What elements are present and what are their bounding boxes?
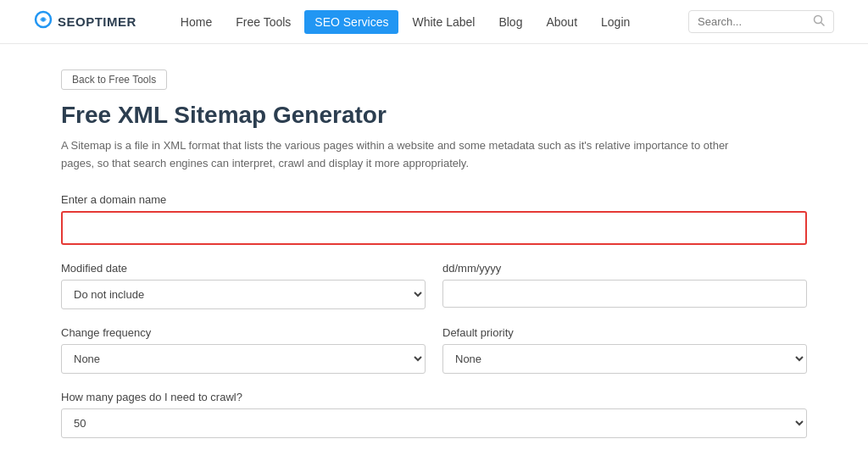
- main-content: Back to Free Tools Free XML Sitemap Gene…: [27, 44, 841, 450]
- svg-line-3: [821, 23, 825, 26]
- modified-date-select[interactable]: Do not include Daily Weekly Monthly: [61, 280, 426, 309]
- svg-point-1: [42, 18, 45, 21]
- pages-label: How many pages do I need to crawl?: [61, 391, 807, 403]
- date-input[interactable]: [442, 280, 807, 308]
- main-nav: Home Free Tools SEO Services White Label…: [170, 10, 688, 34]
- nav-white-label[interactable]: White Label: [402, 10, 485, 34]
- change-freq-select[interactable]: None Always Hourly Daily Weekly Monthly …: [61, 344, 426, 374]
- date-field-group: dd/mm/yyyy: [442, 262, 807, 309]
- domain-label: Enter a domain name: [61, 193, 807, 206]
- nav-seo-services[interactable]: SEO Services: [304, 10, 398, 34]
- nav-home[interactable]: Home: [170, 10, 222, 34]
- logo-text: SEOPTIMER: [58, 14, 136, 29]
- search-box: [688, 10, 834, 33]
- nav-login[interactable]: Login: [591, 10, 640, 34]
- modified-date-group: Modified date Do not include Daily Weekl…: [61, 262, 426, 309]
- page-description: A Sitemap is a file in XML format that l…: [61, 137, 756, 173]
- freq-priority-row: Change frequency None Always Hourly Dail…: [61, 326, 807, 374]
- domain-section: Enter a domain name: [61, 193, 807, 245]
- pages-section: How many pages do I need to crawl? 50 10…: [61, 391, 807, 438]
- nav-free-tools[interactable]: Free Tools: [225, 10, 301, 34]
- default-priority-label: Default priority: [442, 326, 807, 339]
- logo-icon: [34, 10, 53, 34]
- page-title: Free XML Sitemap Generator: [61, 102, 807, 129]
- nav-about[interactable]: About: [536, 10, 587, 34]
- pages-select[interactable]: 50 100 200 500: [61, 408, 807, 438]
- back-button[interactable]: Back to Free Tools: [61, 69, 167, 90]
- search-icon: [813, 14, 825, 29]
- date-format-label: dd/mm/yyyy: [442, 262, 807, 275]
- header: SEOPTIMER Home Free Tools SEO Services W…: [0, 0, 868, 44]
- date-row: Modified date Do not include Daily Weekl…: [61, 262, 807, 309]
- domain-input[interactable]: [61, 211, 807, 245]
- modified-date-label: Modified date: [61, 262, 426, 275]
- change-freq-label: Change frequency: [61, 326, 426, 339]
- nav-blog[interactable]: Blog: [488, 10, 532, 34]
- search-input[interactable]: [698, 15, 808, 28]
- logo[interactable]: SEOPTIMER: [34, 10, 136, 34]
- change-freq-group: Change frequency None Always Hourly Dail…: [61, 326, 426, 374]
- default-priority-group: Default priority None 0.1 0.2 0.3 0.4 0.…: [442, 326, 807, 374]
- default-priority-select[interactable]: None 0.1 0.2 0.3 0.4 0.5 0.6 0.7 0.8 0.9…: [442, 344, 807, 374]
